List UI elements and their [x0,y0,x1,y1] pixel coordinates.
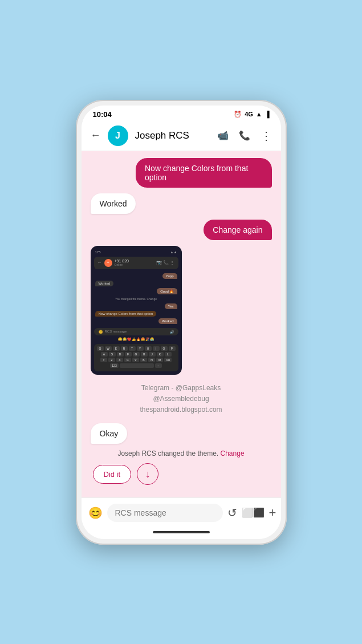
watermark: Telegram - @GappsLeaks @Assembledebug th… [91,380,272,418]
message-input[interactable] [107,504,223,522]
chat-area: Now change Colors from that option Worke… [82,151,281,497]
quick-reply-did-it[interactable]: Did it [93,465,132,484]
watermark-line1: Telegram - @GappsLeaks [91,383,272,394]
back-button[interactable] [91,129,101,141]
avatar: J [108,125,128,146]
message-screenshot: 175 ▲▲ ← + +91 820 Online 📷 📞 ⋮ [91,246,182,375]
refresh-icon[interactable] [227,506,237,520]
message-received-1: Worked [91,193,136,214]
ss-input: 😊 RCS message 🔊 [94,328,178,335]
screenshot-content: 175 ▲▲ ← + +91 820 Online 📷 📞 ⋮ [91,246,182,375]
message-sent-2: Change again [204,220,271,240]
theme-change-link[interactable]: Change [221,449,245,457]
phone-call-icon[interactable] [239,130,250,141]
add-attachment-icon[interactable] [269,505,276,520]
quick-reply-down-icon[interactable]: ↓ [137,463,158,485]
watermark-line3: thespandroid.blogspot.com [91,404,272,415]
network-label: 4G [245,111,253,118]
home-bar [82,528,281,539]
theme-change-text: Joseph RCS changed the theme. [117,449,218,457]
ss-avatar: + [104,259,112,267]
message-received-2: Okay [91,423,128,444]
app-bar-icons [217,129,272,143]
ss-status-bar: 175 ▲▲ [94,249,178,255]
phone-screen: 10:04 ⏰ 4G ▲ ▐ J Joseph RCS Now [82,106,281,539]
quick-replies: Did it ↓ [91,463,272,485]
ss-messages: Yupp Worked Good 🔥 You changed the theme… [94,271,178,326]
ss-keyboard: Q W E R T Y U I O P A [94,344,178,371]
app-bar: J Joseph RCS [82,121,281,151]
watermark-line2: @Assembledebug [91,394,272,404]
message-sent-1: Now change Colors from that option [136,158,272,188]
input-bar: ⬛ [82,497,281,528]
video-call-icon[interactable] [217,130,229,141]
more-options-icon[interactable] [261,129,272,143]
theme-change-message: Joseph RCS changed the theme. Change [91,449,272,457]
emoji-icon[interactable] [88,506,103,520]
status-bar: 10:04 ⏰ 4G ▲ ▐ [82,106,281,121]
ss-back-icon: ← [97,260,102,265]
ss-emoji-row: 😀 😂 ❤️ 👍 🔥 😍 🎉 😭 [94,337,178,341]
status-icons: ⏰ 4G ▲ ▐ [234,111,269,118]
battery-icon: ▐ [265,111,270,118]
signal-icon: ▲ [256,111,262,118]
phone-frame: 10:04 ⏰ 4G ▲ ▐ J Joseph RCS Now [76,100,287,545]
sticker-icon[interactable]: ⬛ [242,507,265,518]
status-time: 10:04 [93,110,112,119]
contact-name: Joseph RCS [135,130,210,141]
home-indicator [153,531,210,533]
ss-header: ← + +91 820 Online 📷 📞 ⋮ [94,257,178,269]
alarm-icon: ⏰ [234,111,242,118]
